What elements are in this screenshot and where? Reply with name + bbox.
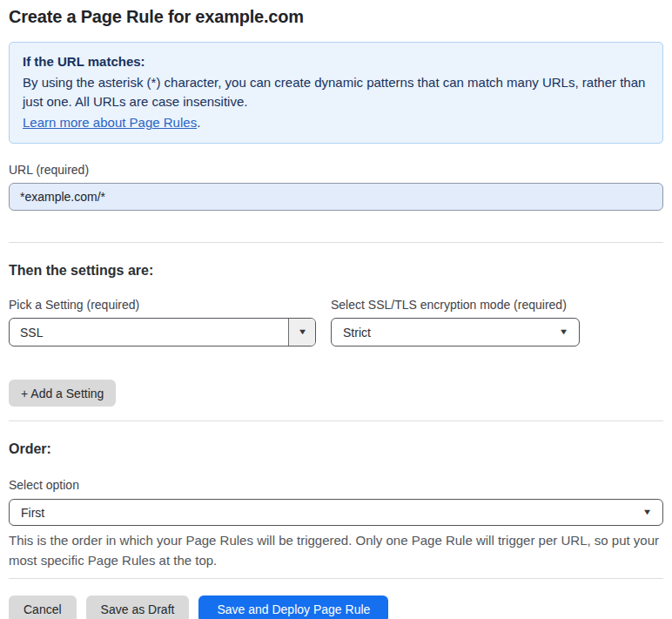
create-page-rule-panel: Create a Page Rule for example.com If th… [0,0,672,619]
order-section-heading: Order: [9,441,663,457]
info-link-line: Learn more about Page Rules. [23,113,649,132]
footer-divider [9,578,663,579]
info-box-heading: If the URL matches: [23,52,649,71]
add-setting-button[interactable]: + Add a Setting [9,380,116,407]
learn-more-link[interactable]: Learn more about Page Rules [23,115,197,130]
link-suffix: . [197,115,200,130]
info-box-body: By using the asterisk (*) character, you… [23,73,649,111]
ssl-mode-dropdown[interactable]: Strict ▼ [331,318,580,347]
url-field-label: URL (required) [9,163,663,177]
order-help-text: This is the order in which your Page Rul… [9,530,663,570]
ssl-mode-picker-group: Select SSL/TLS encryption mode (required… [331,298,580,347]
settings-row: Pick a Setting (required) SSL ▼ Select S… [9,298,663,347]
settings-section-heading: Then the settings are: [9,263,663,279]
url-input[interactable] [9,183,663,211]
order-value: First [21,506,44,520]
ssl-mode-value: Strict [343,326,371,340]
save-draft-button[interactable]: Save as Draft [86,595,190,619]
save-deploy-button[interactable]: Save and Deploy Page Rule [198,595,388,619]
section-divider [9,242,663,243]
chevron-down-icon: ▼ [297,328,307,336]
footer-actions: Cancel Save as Draft Save and Deploy Pag… [9,595,663,619]
page-title: Create a Page Rule for example.com [9,7,663,27]
chevron-down-icon: ▼ [642,508,653,516]
section-divider [9,421,663,421]
setting-picker-label: Pick a Setting (required) [9,298,316,312]
order-select-label: Select option [9,478,663,492]
order-dropdown[interactable]: First ▼ [9,499,663,526]
setting-picker-arrow-box[interactable]: ▼ [288,319,315,346]
url-match-info-box: If the URL matches: By using the asteris… [9,42,663,144]
setting-picker-value: SSL [10,326,288,340]
ssl-mode-picker-label: Select SSL/TLS encryption mode (required… [331,298,580,312]
cancel-button[interactable]: Cancel [9,595,77,619]
setting-picker-dropdown[interactable]: SSL ▼ [9,318,316,347]
chevron-down-icon: ▼ [559,328,569,336]
setting-picker-group: Pick a Setting (required) SSL ▼ [9,298,316,347]
